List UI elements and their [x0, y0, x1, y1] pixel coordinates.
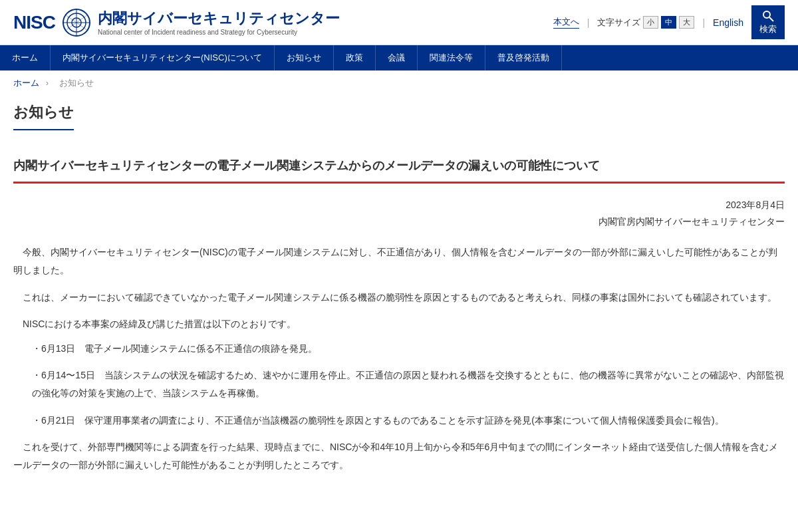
divider-1: |: [587, 17, 590, 28]
nav-home[interactable]: ホーム: [0, 45, 51, 70]
divider-2: |: [702, 17, 705, 28]
fontsize-small-button[interactable]: 小: [643, 16, 658, 29]
logo-text-block: 内閣サイバーセキュリティセンター National center of Inci…: [98, 9, 340, 36]
logo-title: 内閣サイバーセキュリティセンター: [98, 9, 340, 29]
nisc-text: NISC: [13, 12, 55, 33]
nav-news[interactable]: お知らせ: [275, 45, 334, 70]
svg-point-7: [763, 11, 770, 18]
logo-icon: [62, 8, 91, 37]
english-link[interactable]: English: [713, 17, 743, 28]
nav-about[interactable]: 内閣サイバーセキュリティセンター(NISC)について: [51, 45, 275, 70]
nav-outreach[interactable]: 普及啓発活動: [485, 45, 562, 70]
nav-meeting[interactable]: 会議: [376, 45, 418, 70]
article-heading: 内閣サイバーセキュリティセンターの電子メール関連システムからのメールデータの漏え…: [13, 157, 785, 184]
fontsize-large-button[interactable]: 大: [679, 16, 694, 29]
article-organization: 内閣官房内閣サイバーセキュリティセンター: [13, 213, 785, 230]
article-date: 2023年8月4日: [13, 197, 785, 213]
fontsize-control: 文字サイズ 小 中 大: [597, 16, 694, 29]
nav-law[interactable]: 関連法令等: [418, 45, 485, 70]
search-label: 検索: [759, 23, 777, 35]
logo-area: NISC 内閣サイバーセキュリティセンター National center of…: [13, 8, 340, 37]
fontsize-medium-button[interactable]: 中: [661, 16, 676, 29]
article-para-1: これは、メーカーにおいて確認できていなかった電子メール関連システムに係る機器の脆…: [13, 289, 785, 307]
header-controls: 本文へ | 文字サイズ 小 中 大 | English 検索: [553, 5, 785, 39]
article-para-6: これを受けて、外部専門機関等による調査を行った結果、現時点までに、NISCが令和…: [13, 438, 785, 473]
article-body: 今般、内閣サイバーセキュリティセンター(NISC)の電子メール関連システムに対し…: [13, 243, 785, 473]
article-para-0: 今般、内閣サイバーセキュリティセンター(NISC)の電子メール関連システムに対し…: [13, 243, 785, 279]
search-icon: [761, 9, 775, 23]
breadcrumb-home[interactable]: ホーム: [13, 78, 39, 88]
nav-policy[interactable]: 政策: [334, 45, 376, 70]
honbun-link[interactable]: 本文へ: [553, 16, 579, 29]
site-header: NISC 内閣サイバーセキュリティセンター National center of…: [0, 0, 798, 45]
breadcrumb-separator: ›: [46, 78, 49, 88]
article-para-3: ・6月13日 電子メール関連システムに係る不正通信の痕跡を発見。: [13, 340, 785, 358]
breadcrumb: ホーム › お知らせ: [0, 70, 798, 96]
article-para-2: NISCにおける本事案の経緯及び講じた措置は以下のとおりです。: [13, 315, 785, 333]
svg-line-8: [769, 17, 773, 21]
article-content: 内閣サイバーセキュリティセンターの電子メール関連システムからのメールデータの漏え…: [0, 157, 798, 473]
article-para-5: ・6月21日 保守運用事業者の調査により、不正通信が当該機器の脆弱性を原因とする…: [13, 412, 785, 430]
article-meta: 2023年8月4日 内閣官房内閣サイバーセキュリティセンター: [13, 197, 785, 230]
page-title-section: お知らせ: [0, 96, 798, 157]
breadcrumb-current: お知らせ: [59, 78, 94, 88]
article-para-4: ・6月14〜15日 当該システムの状況を確認するため、速やかに運用を停止。不正通…: [13, 366, 785, 402]
logo-subtitle: National center of Incident readiness an…: [98, 29, 340, 36]
main-nav: ホーム 内閣サイバーセキュリティセンター(NISC)について お知らせ 政策 会…: [0, 45, 798, 70]
page-title: お知らせ: [13, 102, 74, 130]
search-button[interactable]: 検索: [751, 5, 785, 39]
fontsize-label: 文字サイズ: [597, 17, 640, 29]
